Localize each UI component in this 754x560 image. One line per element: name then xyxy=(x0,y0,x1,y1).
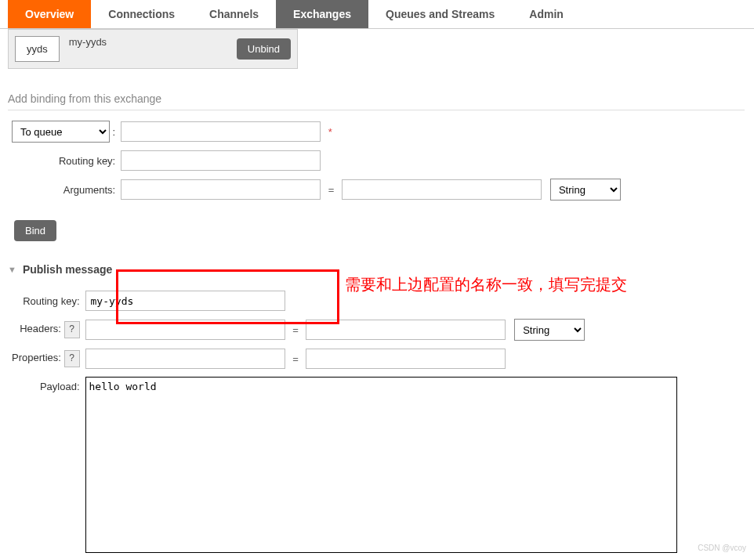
add-binding-title: Add binding from this exchange xyxy=(8,92,745,110)
arguments-label: Arguments: xyxy=(11,178,117,201)
headers-help-button[interactable]: ? xyxy=(64,321,80,338)
header-key-input[interactable] xyxy=(85,320,285,340)
argument-value-input[interactable] xyxy=(342,179,542,200)
publish-form: Routing key: Headers: ? = String P xyxy=(8,284,681,560)
tab-overview[interactable]: Overview xyxy=(8,0,91,28)
routing-key-input[interactable] xyxy=(121,150,321,171)
properties-help-button[interactable]: ? xyxy=(64,350,80,367)
tab-admin[interactable]: Admin xyxy=(512,0,581,28)
destination-name-input[interactable] xyxy=(121,121,321,142)
binding-destination: my-yyds xyxy=(66,30,230,48)
property-key-input[interactable] xyxy=(85,349,285,369)
destination-type-select[interactable]: To queue xyxy=(12,121,110,143)
unbind-button[interactable]: Unbind xyxy=(237,38,291,60)
tab-connections[interactable]: Connections xyxy=(91,0,192,28)
headers-label: Headers: xyxy=(20,323,61,334)
chevron-down-icon: ▼ xyxy=(8,265,16,274)
argument-type-select[interactable]: String xyxy=(550,179,621,201)
binding-key: yyds xyxy=(15,36,60,62)
binding-row: yyds my-yyds Unbind xyxy=(8,29,298,69)
equals-sign-2: = xyxy=(288,324,303,336)
header-value-input[interactable] xyxy=(306,320,506,340)
required-asterisk: * xyxy=(328,126,332,138)
tab-queues[interactable]: Queues and Streams xyxy=(368,0,512,28)
properties-label: Properties: xyxy=(12,352,61,363)
routing-key-label: Routing key: xyxy=(11,150,117,172)
argument-key-input[interactable] xyxy=(121,179,321,200)
publish-routing-key-label: Routing key: xyxy=(11,290,82,312)
annotation-text: 需要和上边配置的名称一致，填写完提交 xyxy=(345,274,627,295)
property-value-input[interactable] xyxy=(306,349,506,369)
tab-exchanges[interactable]: Exchanges xyxy=(276,0,368,28)
publish-title: Publish message xyxy=(23,263,112,276)
main-tabs: Overview Connections Channels Exchanges … xyxy=(0,0,754,29)
equals-sign: = xyxy=(324,184,339,196)
payload-label: Payload: xyxy=(11,376,82,556)
bind-button[interactable]: Bind xyxy=(14,220,56,241)
equals-sign-3: = xyxy=(288,353,303,365)
tab-channels[interactable]: Channels xyxy=(192,0,276,28)
add-binding-form: To queue : * Routing key: Arguments: = S… xyxy=(8,114,625,208)
publish-routing-key-input[interactable] xyxy=(85,291,285,311)
header-type-select[interactable]: String xyxy=(514,319,585,341)
watermark: CSDN @vcoy xyxy=(698,544,746,552)
payload-textarea[interactable] xyxy=(85,377,677,553)
